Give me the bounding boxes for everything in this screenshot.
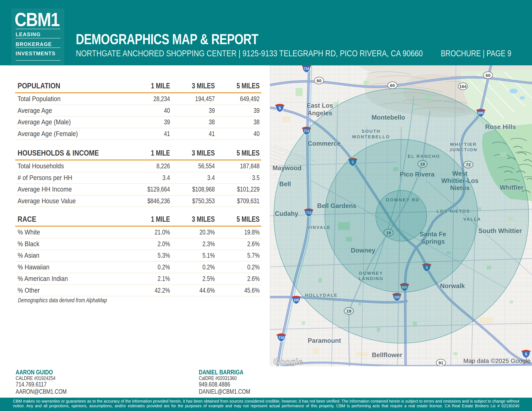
svg-text:60: 60	[485, 73, 490, 78]
svg-text:Paramount: Paramount	[308, 337, 341, 344]
svg-text:60: 60	[390, 83, 395, 88]
svg-text:91: 91	[438, 360, 443, 365]
svg-text:Google: Google	[273, 357, 303, 366]
svg-text:Map data ©2025 Google: Map data ©2025 Google	[463, 357, 531, 364]
svg-text:710: 710	[278, 336, 284, 339]
svg-text:164: 164	[459, 84, 466, 89]
svg-text:5: 5	[525, 352, 527, 356]
svg-text:Bellflower: Bellflower	[372, 351, 402, 359]
svg-text:5: 5	[278, 106, 281, 110]
svg-text:60: 60	[317, 78, 321, 83]
svg-text:605: 605	[478, 111, 484, 115]
svg-text:710: 710	[304, 67, 309, 70]
svg-text:East Los: East Los	[306, 102, 333, 109]
svg-text:105: 105	[294, 298, 299, 302]
